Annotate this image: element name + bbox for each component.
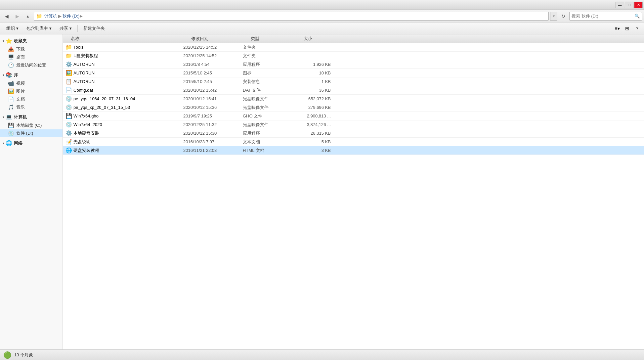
table-row[interactable]: 📝 光盘说明 2016/10/23 7:07 文本文档 5 KB [63,138,644,146]
breadcrumb-end-arrow: ▶ [80,14,83,18]
forward-button[interactable]: ▶ [13,12,22,21]
recent-label: 最近访问的位置 [16,62,46,68]
table-row[interactable]: ⚙️ AUTORUN 2016/1/8 4:54 应用程序 1,926 KB [63,60,644,69]
favorites-header[interactable]: ▾ ⭐ 收藏夹 [0,36,63,45]
recent-icon: 🕐 [8,62,14,68]
sidebar-item-docs[interactable]: 📄 文档 [0,95,63,103]
sidebar-item-music[interactable]: 🎵 音乐 [0,103,63,111]
file-name-cell: 📁 Tools [63,44,181,51]
file-type-cell: GHO 文件 [240,113,293,119]
table-row[interactable]: 💿 pe_yqs_1064_20_07_31_16_04 2020/10/12 … [63,95,644,103]
file-modified-cell: 2016/11/21 22:03 [181,148,240,153]
file-type-icon: ⚙️ [65,61,72,68]
table-row[interactable]: 🖼️ AUTORUN 2015/5/10 2:45 图标 10 KB [63,69,644,77]
organize-button[interactable]: 组织 ▾ [3,24,22,33]
network-label: 网络 [14,140,22,146]
file-name-cell: 💿 pe_yqs_xp_20_07_31_15_53 [63,104,181,111]
change-view-button[interactable]: ⊞ [623,24,631,33]
computer-section: ▾ 💻 计算机 💾 本地磁盘 (C:) 💿 软件 (D:) [0,112,63,137]
file-type-cell: 光盘映像文件 [240,105,293,111]
column-size[interactable]: 大小 [301,36,344,42]
file-modified-cell: 2016/10/23 7:07 [181,139,240,144]
library-header[interactable]: ▾ 📚 库 [0,70,63,79]
file-modified-cell: 2020/12/25 11:32 [181,122,240,127]
table-row[interactable]: 🌐 硬盘安装教程 2016/11/21 22:03 HTML 文档 3 KB [63,146,644,155]
file-type-icon: 💿 [65,104,72,111]
table-row[interactable]: 📁 Tools 2020/12/25 14:52 文件夹 [63,43,644,52]
refresh-button[interactable]: ↻ [559,12,568,21]
file-name-label: 光盘说明 [73,139,91,145]
computer-label: 计算机 [14,114,27,120]
sidebar-item-video[interactable]: 📹 视频 [0,79,63,87]
file-type-cell: 文件夹 [240,44,293,50]
column-name[interactable]: 名称 [63,36,189,42]
file-modified-cell: 2020/10/12 15:36 [181,105,240,110]
breadcrumb-drive[interactable]: 软件 (D:) [63,13,79,19]
sidebar-item-recent[interactable]: 🕐 最近访问的位置 [0,61,63,69]
favorites-label: 收藏夹 [14,38,27,44]
sidebar-item-image[interactable]: 🖼️ 图片 [0,87,63,95]
close-button[interactable]: ✕ [634,2,643,8]
downloads-icon: 📥 [8,46,14,52]
view-button[interactable]: ≡▾ [613,24,622,33]
new-folder-button[interactable]: 新建文件夹 [80,24,108,33]
file-rows-container: 📁 Tools 2020/12/25 14:52 文件夹 📁 U盘安装教程 20… [63,43,644,155]
sidebar-item-local-c[interactable]: 💾 本地磁盘 (C:) [0,121,63,129]
file-type-icon: 📄 [65,87,72,94]
table-row[interactable]: 📄 Config.dat 2020/10/12 15:42 DAT 文件 36 … [63,86,644,95]
share-button[interactable]: 共享 ▾ [56,24,75,33]
sidebar-item-software-d[interactable]: 💿 软件 (D:) [0,129,63,137]
network-section: ▾ 🌐 网络 [0,139,63,148]
title-bar: — □ ✕ [0,0,644,10]
file-name-label: pe_yqs_1064_20_07_31_16_04 [73,96,135,101]
minimize-button[interactable]: — [616,2,624,8]
file-size-cell: 36 KB [293,88,336,93]
address-dropdown-button[interactable]: ▾ [550,12,557,21]
column-modified[interactable]: 修改日期 [189,36,248,42]
back-button[interactable]: ◀ [2,12,11,21]
file-name-cell: 📋 AUTORUN [63,78,181,85]
network-header[interactable]: ▾ 🌐 网络 [0,139,63,148]
favorites-icon: ⭐ [6,38,12,44]
help-button[interactable]: ? [633,24,641,33]
library-label: 库 [14,72,18,78]
search-input[interactable] [572,14,634,19]
file-type-cell: 文件夹 [240,53,293,59]
maximize-button[interactable]: □ [625,2,633,8]
breadcrumb[interactable]: 📁 计算机 ▶ 软件 (D:) ▶ [34,12,549,21]
file-type-icon: 🖼️ [65,70,72,76]
file-list-header: 名称 修改日期 类型 大小 [63,34,644,43]
file-name-cell: 📄 Config.dat [63,87,181,94]
file-type-cell: 应用程序 [240,130,293,136]
up-button[interactable]: ▲ [23,12,32,21]
organize-label: 组织 [6,25,15,31]
table-row[interactable]: ⚙️ 本地硬盘安装 2020/10/12 15:30 应用程序 28,315 K… [63,129,644,138]
column-type[interactable]: 类型 [248,36,301,42]
include-library-button[interactable]: 包含到库中 ▾ [23,24,55,33]
network-icon: 🌐 [6,140,12,146]
file-name-label: Win7x64_2020 [73,122,102,127]
sidebar-item-downloads[interactable]: 📥 下载 [0,45,63,53]
file-type-icon: 📝 [65,139,72,145]
table-row[interactable]: 📁 U盘安装教程 2020/12/25 14:52 文件夹 [63,52,644,60]
file-name-label: Tools [73,45,83,50]
file-modified-cell: 2020/12/25 14:52 [181,53,240,58]
file-type-cell: 文本文档 [240,139,293,145]
file-modified-cell: 2020/10/12 15:42 [181,88,240,93]
docs-icon: 📄 [8,96,14,102]
sidebar-item-desktop[interactable]: 🖥️ 桌面 [0,53,63,61]
table-row[interactable]: 💿 Win7x64_2020 2020/12/25 11:32 光盘映像文件 3… [63,120,644,129]
file-type-icon: 💾 [65,113,72,119]
file-modified-cell: 2020/12/25 14:52 [181,45,240,50]
breadcrumb-computer[interactable]: 计算机 [44,13,57,19]
file-size-cell: 10 KB [293,70,336,75]
table-row[interactable]: 💾 Win7x64.gho 2019/9/7 19:25 GHO 文件 2,90… [63,112,644,120]
table-row[interactable]: 📋 AUTORUN 2015/5/10 2:45 安装信息 1 KB [63,77,644,86]
library-arrow: ▾ [3,73,4,77]
table-row[interactable]: 💿 pe_yqs_xp_20_07_31_15_53 2020/10/12 15… [63,103,644,112]
search-box[interactable]: 🔍 [569,12,642,21]
share-dropdown-icon: ▾ [69,26,72,31]
file-area: 名称 修改日期 类型 大小 📁 Tools 2020/12/25 14:52 文… [63,34,644,349]
image-icon: 🖼️ [8,88,14,94]
computer-header[interactable]: ▾ 💻 计算机 [0,112,63,121]
